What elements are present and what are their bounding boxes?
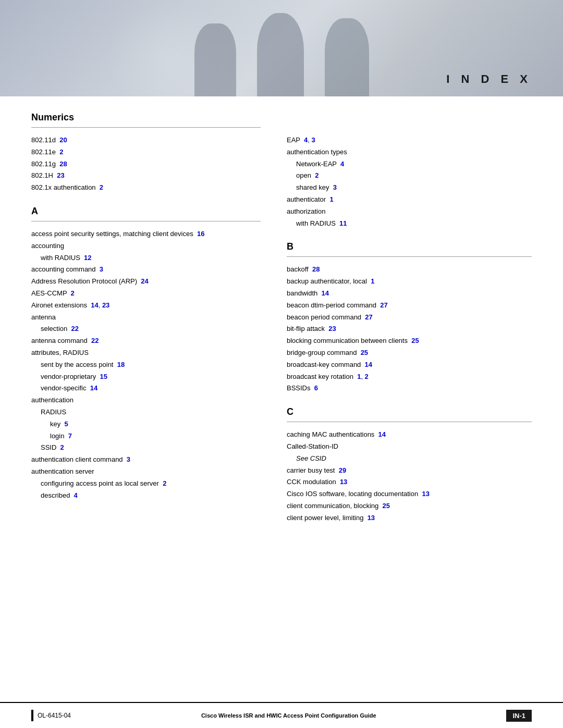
- entry-bssids: BSSIDs 6: [287, 383, 532, 394]
- link-access-point-security[interactable]: 16: [197, 230, 204, 238]
- link-auth-radius-key[interactable]: 5: [64, 420, 68, 428]
- link-802-1h[interactable]: 23: [57, 171, 64, 179]
- link-802-11g[interactable]: 28: [59, 160, 67, 168]
- entry-802-11d: 802.11d 20: [31, 135, 261, 146]
- link-auth-with-radius[interactable]: 11: [339, 219, 347, 227]
- entry-authentication: authentication: [31, 395, 261, 406]
- link-bridge-group[interactable]: 25: [361, 349, 368, 356]
- link-beacon-dtim[interactable]: 27: [380, 301, 387, 309]
- entry-cck-modulation: CCK modulation 13: [287, 477, 532, 488]
- footer-page-number: IN-1: [506, 710, 532, 722]
- entry-authenticator: authenticator 1: [287, 194, 532, 205]
- link-accounting-command[interactable]: 3: [100, 265, 103, 273]
- entry-aironet-extensions: Aironet extensions 14, 23: [31, 300, 261, 311]
- link-backoff[interactable]: 28: [312, 265, 320, 273]
- section-a: A access point security settings, matchi…: [31, 206, 261, 501]
- link-network-eap[interactable]: 4: [340, 160, 344, 168]
- link-aes-ccmp[interactable]: 2: [71, 289, 75, 297]
- footer-doc-number: OL-6415-04: [38, 712, 71, 719]
- section-divider-b: [287, 256, 532, 257]
- header-image: I N D E X: [0, 0, 563, 96]
- link-802-11d[interactable]: 20: [59, 136, 67, 144]
- entry-broadcast-key-rotation: broadcast key rotation 1, 2: [287, 372, 532, 382]
- section-c: C caching MAC authentications 14 Called-…: [287, 406, 532, 523]
- link-backup-auth[interactable]: 1: [371, 277, 374, 285]
- right-column: _ EAP 4, 3 authentication types Network-…: [276, 112, 532, 536]
- link-eap-1[interactable]: 4: [304, 136, 308, 144]
- link-802-1x[interactable]: 2: [100, 183, 103, 191]
- entry-network-eap: Network-EAP 4: [287, 159, 532, 170]
- link-beacon-period[interactable]: 27: [365, 313, 372, 321]
- link-auth-ssid[interactable]: 2: [60, 443, 64, 451]
- link-bit-flip[interactable]: 23: [328, 325, 336, 332]
- entry-auth-radius: RADIUS: [31, 407, 261, 418]
- link-client-power-level[interactable]: 13: [368, 514, 375, 522]
- link-described[interactable]: 4: [74, 491, 78, 499]
- footer-center-text: Cisco Wireless ISR and HWIC Access Point…: [201, 712, 376, 719]
- link-carrier-busy-test[interactable]: 29: [339, 466, 346, 474]
- figure-2: [257, 13, 304, 96]
- link-cck-modulation[interactable]: 13: [340, 478, 347, 486]
- section-header-numerics: Numerics: [31, 112, 261, 124]
- link-eap-2[interactable]: 3: [311, 136, 315, 144]
- entry-accounting: accounting: [31, 241, 261, 252]
- link-bandwidth[interactable]: 14: [322, 289, 329, 297]
- entry-vendor-proprietary: vendor-proprietary 15: [31, 372, 261, 382]
- section-numerics: Numerics 802.11d 20 802.11e 2 802.11g 28…: [31, 112, 261, 193]
- link-aironet-ext-2[interactable]: 23: [102, 301, 109, 309]
- section-header-c: C: [287, 406, 532, 418]
- footer-bar-icon: [31, 710, 33, 721]
- link-antenna-selection[interactable]: 22: [71, 325, 79, 332]
- link-client-comm-blocking[interactable]: 25: [383, 502, 390, 510]
- entry-see-csid: See CSID: [287, 453, 532, 464]
- entry-called-station-id: Called-Station-ID: [287, 441, 532, 452]
- link-vendor-specific[interactable]: 14: [90, 384, 97, 392]
- entry-auth-client-command: authentication client command 3: [31, 454, 261, 465]
- entry-carrier-busy-test: carrier busy test 29: [287, 465, 532, 476]
- link-bkr-2[interactable]: 2: [365, 373, 369, 380]
- link-auth-client-command[interactable]: 3: [127, 455, 130, 463]
- entry-bridge-group: bridge-group command 25: [287, 348, 532, 359]
- entry-auth-types: authentication types: [287, 147, 532, 158]
- link-802-11e[interactable]: 2: [59, 148, 63, 156]
- entry-accounting-with-radius: with RADIUS 12: [31, 253, 261, 264]
- link-bssids[interactable]: 6: [314, 384, 318, 392]
- figure-3: [325, 18, 369, 96]
- link-config-local-server[interactable]: 2: [163, 479, 166, 487]
- entry-auth-radius-key: key 5: [31, 419, 261, 430]
- link-authenticator[interactable]: 1: [329, 195, 333, 203]
- entry-access-point-security: access point security settings, matching…: [31, 229, 261, 240]
- link-cisco-ios[interactable]: 13: [422, 490, 429, 498]
- entry-beacon-period: beacon period command 27: [287, 312, 532, 323]
- link-bkr-1[interactable]: 1: [357, 373, 361, 380]
- link-shared-key[interactable]: 3: [333, 183, 337, 191]
- entry-auth-radius-login: login 7: [31, 431, 261, 442]
- entry-802-1h: 802.1H 23: [31, 170, 261, 181]
- link-aironet-ext-1[interactable]: 14: [91, 301, 98, 309]
- section-divider-numerics: [31, 127, 261, 128]
- link-sent-by-ap[interactable]: 18: [117, 361, 125, 368]
- entry-802-11g: 802.11g 28: [31, 159, 261, 170]
- main-content: Numerics 802.11d 20 802.11e 2 802.11g 28…: [0, 96, 563, 578]
- figure-1: [194, 23, 236, 96]
- entry-802-11e: 802.11e 2: [31, 147, 261, 158]
- entry-auth-server: authentication server: [31, 466, 261, 477]
- entry-client-comm-blocking: client communication, blocking 25: [287, 501, 532, 512]
- link-antenna-command[interactable]: 22: [91, 337, 99, 344]
- link-broadcast-key-cmd[interactable]: 14: [365, 361, 372, 368]
- link-accounting-with-radius[interactable]: 12: [84, 254, 91, 262]
- entry-caching-mac: caching MAC authentications 14: [287, 429, 532, 440]
- link-open[interactable]: 2: [315, 171, 319, 179]
- link-caching-mac[interactable]: 14: [378, 430, 386, 438]
- link-blocking-comm[interactable]: 25: [411, 337, 419, 344]
- entry-sent-by-ap: sent by the access point 18: [31, 360, 261, 371]
- link-vendor-proprietary[interactable]: 15: [100, 373, 107, 380]
- entry-attributes-radius: attributes, RADIUS: [31, 348, 261, 359]
- entry-vendor-specific: vendor-specific 14: [31, 383, 261, 394]
- link-auth-radius-login[interactable]: 7: [68, 432, 72, 440]
- entry-antenna: antenna: [31, 312, 261, 323]
- section-header-a: A: [31, 206, 261, 218]
- entry-auth-ssid: SSID 2: [31, 442, 261, 453]
- section-divider-a: [31, 221, 261, 221]
- link-arp[interactable]: 24: [141, 277, 148, 285]
